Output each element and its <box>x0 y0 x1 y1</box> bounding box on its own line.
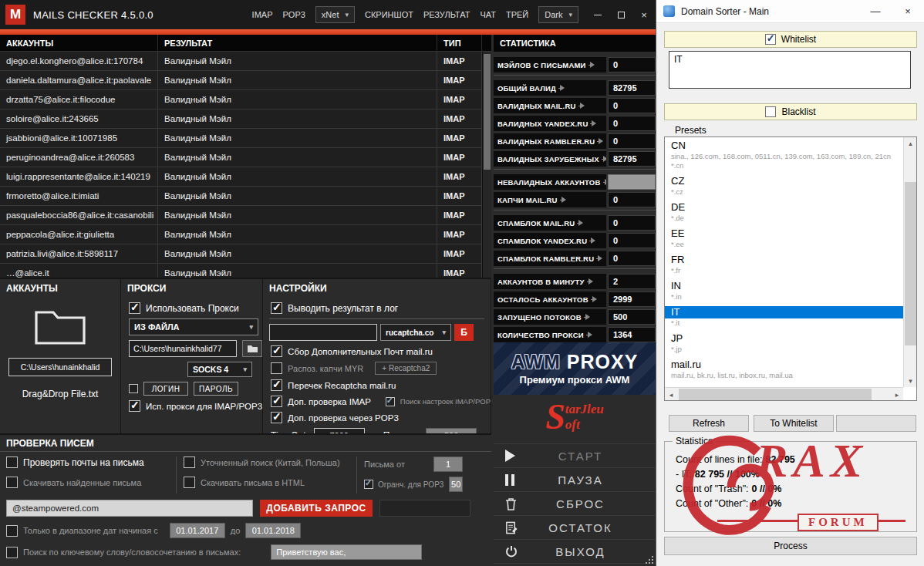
table-row[interactable]: frmoretto@alice.it:imiati Валидный Мэйл … <box>0 187 491 206</box>
scroll-right-icon[interactable]: ▸ <box>891 388 903 401</box>
remainder-button[interactable]: ОСТАТОК <box>494 516 656 540</box>
preset-item[interactable]: IT *.it <box>665 304 903 330</box>
keyword-search-checkbox[interactable] <box>6 547 18 558</box>
sorter-close-button[interactable]: × <box>892 0 924 23</box>
reset-button[interactable]: СБРОС <box>494 492 656 516</box>
blacklist-toggle[interactable]: Blacklist <box>664 103 917 120</box>
horizontal-scrollbar-thumb[interactable] <box>679 389 872 400</box>
add-query-button[interactable]: ДОБАВИТЬ ЗАПРОС <box>260 500 373 517</box>
preset-item[interactable]: JP *.jp <box>665 330 903 356</box>
awm-proxy-banner[interactable]: AWM PROXY Премиум прокси AWM <box>494 342 656 395</box>
proxy-browse-button[interactable] <box>242 340 262 357</box>
start-button[interactable]: СТАРТ <box>494 444 656 468</box>
table-row[interactable]: soloire@alice.it:243665 Валидный Мэйл IM… <box>0 109 491 129</box>
preset-item[interactable]: IN *.in <box>665 278 903 304</box>
whitelist-checkbox[interactable] <box>765 34 776 45</box>
proxy-path-input[interactable] <box>129 340 237 357</box>
captcha-service-dropdown[interactable]: rucaptcha.co ▾ <box>380 324 451 341</box>
recheck-recaptcha-checkbox[interactable] <box>271 379 282 391</box>
presets-horizontal-scrollbar[interactable]: ◂ ▸ <box>665 387 903 400</box>
column-header-accounts[interactable]: АККАУНТЫ <box>0 35 158 52</box>
date-range-checkbox[interactable] <box>6 525 18 537</box>
proxy-type-dropdown[interactable]: SOCKS 4 ▾ <box>187 362 252 377</box>
keyword-value[interactable]: Приветствую вас, <box>271 544 422 560</box>
recaptcha2-tag[interactable]: + Recaptcha2 <box>375 362 437 375</box>
table-row[interactable]: djego.el.konghero@alice.it:170784 Валидн… <box>0 52 491 71</box>
dragdrop-hint[interactable]: Drag&Drop File.txt <box>0 389 120 399</box>
process-button[interactable]: Process <box>664 537 917 555</box>
preset-item[interactable]: EE *.ee <box>665 225 903 251</box>
to-whitelist-button[interactable]: To Whitelist <box>754 415 834 432</box>
table-row[interactable]: pasqualeboccia86@alice.it:casanobili Вал… <box>0 206 491 225</box>
download-html-checkbox[interactable] <box>184 477 195 488</box>
password-button[interactable]: ПАРОЛЬ <box>194 382 238 396</box>
letters-from-value[interactable]: 1 <box>433 457 463 472</box>
to-blacklist-button[interactable] <box>836 415 916 432</box>
menu-imap[interactable]: IMAP <box>252 10 273 19</box>
proxy-auth-checkbox[interactable] <box>129 384 138 393</box>
xnet-dropdown[interactable]: xNet ▾ <box>315 6 355 23</box>
table-row[interactable]: daniela.daltamura@alice.it:paolavale Вал… <box>0 71 491 90</box>
balance-button[interactable]: Б <box>454 324 474 341</box>
maximize-button[interactable] <box>609 0 632 29</box>
imap-check-checkbox[interactable] <box>271 396 282 407</box>
download-found-checkbox[interactable] <box>6 477 18 488</box>
blacklist-checkbox[interactable] <box>765 106 776 117</box>
pop3-limit-value[interactable]: 50 <box>449 477 463 492</box>
refined-search-checkbox[interactable] <box>184 457 195 468</box>
table-row[interactable]: peruginoandrea@alice.it:260583 Валидный … <box>0 148 491 167</box>
preset-item[interactable]: mail.ru mail.ru, bk.ru, list.ru, inbox.r… <box>665 356 903 382</box>
vertical-scrollbar-thumb[interactable] <box>905 182 916 345</box>
column-header-result[interactable]: РЕЗУЛЬТАТ <box>158 35 437 52</box>
scroll-down-icon[interactable]: ▾ <box>904 375 917 387</box>
theme-dropdown[interactable]: Dark ▾ <box>538 6 578 23</box>
folder-icon[interactable] <box>34 305 86 345</box>
accent-bar <box>0 29 656 35</box>
table-row[interactable]: luigi.rappresentante@alice.it:140219 Вал… <box>0 167 491 187</box>
minimize-button[interactable] <box>586 0 609 29</box>
proxy-source-dropdown[interactable]: ИЗ ФАЙЛА ▾ <box>129 318 258 335</box>
close-button[interactable]: × <box>632 0 656 29</box>
sorter-minimize-button[interactable]: — <box>859 0 892 23</box>
preset-item[interactable]: FR *.fr <box>665 251 903 278</box>
proxy-for-imap-pop3-checkbox[interactable] <box>129 400 140 412</box>
collect-extra-mail-checkbox[interactable] <box>271 345 282 357</box>
resize-grip[interactable] <box>644 554 653 564</box>
preset-item[interactable]: CN sina., 126.com, 168.com, 0511.cn, 139… <box>665 137 903 173</box>
table-row[interactable]: patrizia.livi@alice.it:5898117 Валидный … <box>0 244 491 264</box>
pop3-check-checkbox[interactable] <box>271 412 282 423</box>
menu-result[interactable]: РЕЗУЛЬТАТ <box>423 10 470 19</box>
login-button[interactable]: ЛОГИН <box>143 382 188 396</box>
imap-pop-settings-checkbox[interactable] <box>386 397 395 406</box>
query-input[interactable] <box>6 500 253 517</box>
table-scrollbar[interactable] <box>482 52 491 278</box>
table-row[interactable]: …@alice.it Валидный Мэйл IMAP <box>0 264 491 278</box>
exit-button[interactable]: ВЫХОД <box>494 540 656 564</box>
table-row[interactable]: jsabbioni@alice.it:10071985 Валидный Мэй… <box>0 129 491 148</box>
menu-chat[interactable]: ЧАТ <box>480 10 496 19</box>
scroll-left-icon[interactable]: ◂ <box>665 388 677 401</box>
table-scrollbar-thumb[interactable] <box>484 54 491 170</box>
recognize-captcha-checkbox[interactable] <box>271 362 282 374</box>
check-letters-checkbox[interactable] <box>6 457 18 468</box>
scroll-up-icon[interactable]: ▴ <box>904 137 917 150</box>
date-from-value[interactable]: 01.01.2017 <box>170 523 225 538</box>
table-row[interactable]: drzatta75@alice.it:filocodue Валидный Мэ… <box>0 90 491 109</box>
menu-pop3[interactable]: POP3 <box>283 10 305 19</box>
menu-tray[interactable]: ТРЕЙ <box>506 10 528 19</box>
log-output-checkbox[interactable] <box>271 302 282 314</box>
captcha-key-input[interactable] <box>269 324 377 341</box>
whitelist-textarea[interactable]: IT <box>669 51 911 89</box>
presets-vertical-scrollbar[interactable]: ▴ ▾ <box>903 137 916 387</box>
preset-item[interactable]: CZ *.cz <box>665 173 903 199</box>
menu-screenshot[interactable]: СКРИНШОТ <box>365 10 413 19</box>
preset-item[interactable]: DE *.de <box>665 199 903 225</box>
refresh-button[interactable]: Refresh <box>669 415 749 432</box>
pause-button[interactable]: ПАУЗА <box>494 468 656 492</box>
column-header-type[interactable]: ТИП <box>437 35 482 52</box>
table-row[interactable]: peppacola@alice.it:giulietta Валидный Мэ… <box>0 225 491 244</box>
pop3-limit-checkbox[interactable] <box>364 480 373 489</box>
use-proxy-checkbox[interactable] <box>129 302 140 314</box>
whitelist-toggle[interactable]: Whitelist <box>664 31 917 48</box>
date-to-value[interactable]: 01.01.2018 <box>245 523 301 538</box>
